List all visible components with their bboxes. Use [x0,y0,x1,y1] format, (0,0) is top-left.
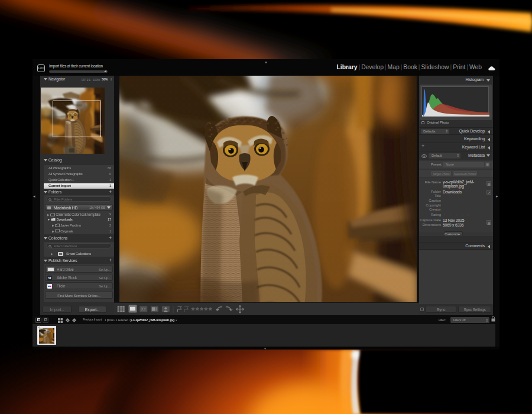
svg-text:XY: XY [141,307,146,311]
